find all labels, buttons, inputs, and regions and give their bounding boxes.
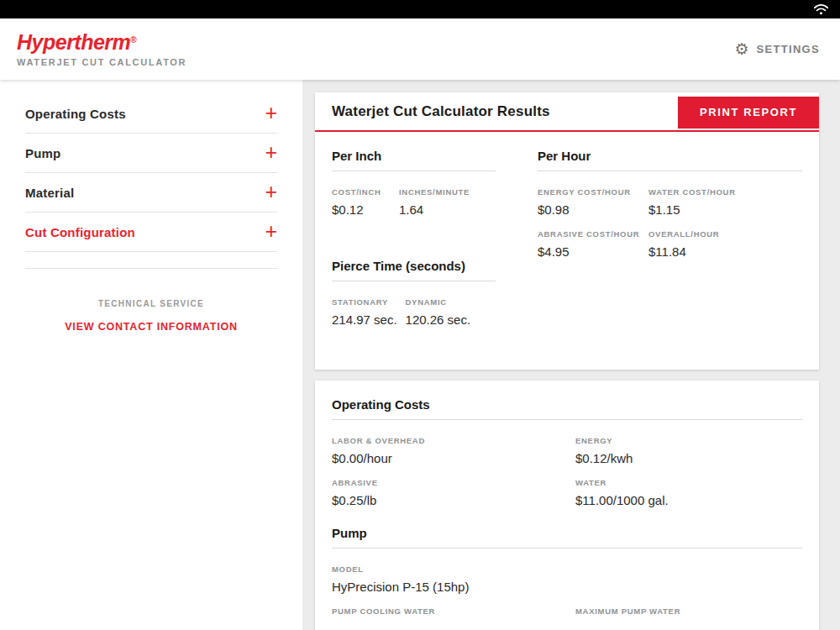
field-value: $11.00/1000 gal. xyxy=(575,493,802,507)
content-area: Operating Costs + Pump + Material + Cut … xyxy=(0,80,840,630)
section-divider xyxy=(332,419,802,420)
field-label: ABRASIVE xyxy=(332,478,575,487)
plus-icon[interactable]: + xyxy=(265,181,277,202)
field-dynamic: DYNAMIC 120.26 sec. xyxy=(406,297,480,327)
sidebar-item-material[interactable]: Material + xyxy=(25,173,277,213)
field-label: COST/INCH xyxy=(332,187,391,197)
field-inches-per-minute: INCHES/MINUTE 1.64 xyxy=(399,187,478,217)
field-value: $0.25/lb xyxy=(332,493,575,507)
field-label: ENERGY xyxy=(575,436,802,445)
sidebar-divider xyxy=(25,252,277,269)
field-label: WATER COST/HOUR xyxy=(648,187,802,197)
settings-button[interactable]: ⚙ SETTINGS xyxy=(735,41,820,57)
gear-icon: ⚙ xyxy=(735,41,749,57)
field-abrasive: ABRASIVE $0.25/lb xyxy=(332,478,575,507)
field-value: 1.64 xyxy=(399,202,470,217)
registered-mark: ® xyxy=(130,35,136,45)
per-hour-title: Per Hour xyxy=(538,149,802,163)
section-divider xyxy=(538,171,802,171)
app-subtitle: WATERJET CUT CALCULATOR xyxy=(17,57,186,67)
pierce-time-section: Pierce Time (seconds) STATIONARY 214.97 … xyxy=(332,259,496,327)
sidebar-item-label: Material xyxy=(25,186,74,200)
field-pump-model: MODEL HyPrecision P-15 (15hp) xyxy=(332,564,802,594)
plus-icon[interactable]: + xyxy=(265,221,277,242)
sidebar: Operating Costs + Pump + Material + Cut … xyxy=(0,80,302,630)
pierce-time-fields: STATIONARY 214.97 sec. DYNAMIC 120.26 se… xyxy=(332,297,496,327)
operating-costs-title: Operating Costs xyxy=(332,397,802,412)
field-label: STATIONARY xyxy=(332,297,397,307)
app-header: Hypertherm® WATERJET CUT CALCULATOR ⚙ SE… xyxy=(0,18,840,80)
field-value: $0.98 xyxy=(538,202,648,217)
sidebar-item-operating-costs[interactable]: Operating Costs + xyxy=(25,94,277,134)
section-divider xyxy=(332,281,496,281)
field-value: $1.15 xyxy=(648,202,802,217)
field-pump-cooling-water: PUMP COOLING WATER xyxy=(332,606,575,616)
results-card: Waterjet Cut Calculator Results PRINT RE… xyxy=(315,92,819,370)
view-contact-information-link[interactable]: VIEW CONTACT INFORMATION xyxy=(65,321,238,333)
results-title: Waterjet Cut Calculator Results xyxy=(332,103,550,120)
field-value: HyPrecision P-15 (15hp) xyxy=(332,580,802,594)
field-water-cost-hour: WATER COST/HOUR $1.15 xyxy=(648,187,802,217)
field-label: INCHES/MINUTE xyxy=(399,187,470,197)
section-divider xyxy=(332,548,802,549)
brand-block: Hypertherm® WATERJET CUT CALCULATOR xyxy=(17,32,186,67)
field-labor-overhead: LABOR & OVERHEAD $0.00/hour xyxy=(332,436,575,465)
field-water: WATER $11.00/1000 gal. xyxy=(575,478,802,507)
summary-card: Operating Costs LABOR & OVERHEAD $0.00/h… xyxy=(315,381,819,630)
sidebar-item-label: Pump xyxy=(25,146,60,160)
field-energy: ENERGY $0.12/kwh xyxy=(575,436,802,465)
system-status-bar xyxy=(0,0,840,18)
field-abrasive-cost-hour: ABRASIVE COST/HOUR $4.95 xyxy=(538,229,648,259)
field-value: $0.00/hour xyxy=(332,451,575,465)
field-value: $4.95 xyxy=(538,244,648,259)
field-label: PUMP COOLING WATER xyxy=(332,606,575,616)
pierce-time-title: Pierce Time (seconds) xyxy=(332,259,496,273)
field-overall-hour: OVERALL/HOUR $11.84 xyxy=(648,229,802,259)
field-label: DYNAMIC xyxy=(406,297,471,307)
plus-icon[interactable]: + xyxy=(265,142,277,163)
per-inch-fields: COST/INCH $0.12 INCHES/MINUTE 1.64 xyxy=(332,187,496,217)
field-label: MODEL xyxy=(332,564,802,574)
field-cost-per-inch: COST/INCH $0.12 xyxy=(332,187,399,217)
field-value: 214.97 sec. xyxy=(332,312,397,327)
pump-title: Pump xyxy=(332,526,802,540)
field-value: 120.26 sec. xyxy=(406,312,471,327)
field-value: $0.12 xyxy=(332,202,391,217)
sidebar-footer: TECHNICAL SERVICE VIEW CONTACT INFORMATI… xyxy=(25,299,277,333)
wifi-icon xyxy=(814,4,828,15)
field-energy-cost-hour: ENERGY COST/HOUR $0.98 xyxy=(538,187,648,217)
per-inch-title: Per Inch xyxy=(332,149,496,163)
hypertherm-logo: Hypertherm® xyxy=(17,32,186,53)
field-label: WATER xyxy=(575,478,802,487)
field-label: ABRASIVE COST/HOUR xyxy=(538,229,648,239)
pump-section: Pump MODEL HyPrecision P-15 (15hp) PUMP … xyxy=(332,526,802,616)
field-maximum-pump-water: MAXIMUM PUMP WATER xyxy=(575,606,802,616)
field-value: $11.84 xyxy=(648,244,802,259)
field-label: ENERGY COST/HOUR xyxy=(538,187,648,197)
operating-costs-fields: LABOR & OVERHEAD $0.00/hour ENERGY $0.12… xyxy=(332,436,802,507)
sidebar-item-label: Operating Costs xyxy=(25,107,126,121)
plus-icon[interactable]: + xyxy=(265,102,277,123)
pump-fields: PUMP COOLING WATER MAXIMUM PUMP WATER xyxy=(332,606,802,616)
sidebar-item-pump[interactable]: Pump + xyxy=(25,134,277,173)
field-label: LABOR & OVERHEAD xyxy=(332,436,575,445)
technical-service-label: TECHNICAL SERVICE xyxy=(25,299,277,308)
per-hour-fields: ENERGY COST/HOUR $0.98 WATER COST/HOUR $… xyxy=(538,187,802,259)
field-label: OVERALL/HOUR xyxy=(648,229,802,239)
field-value: $0.12/kwh xyxy=(575,451,802,465)
main-panel: Waterjet Cut Calculator Results PRINT RE… xyxy=(302,80,840,630)
results-card-header: Waterjet Cut Calculator Results PRINT RE… xyxy=(315,92,819,130)
field-stationary: STATIONARY 214.97 sec. xyxy=(332,297,406,327)
sidebar-item-cut-configuration[interactable]: Cut Configuration + xyxy=(25,213,277,252)
settings-label: SETTINGS xyxy=(757,43,820,55)
sidebar-item-label: Cut Configuration xyxy=(25,225,135,239)
section-divider xyxy=(332,171,496,171)
print-report-button[interactable]: PRINT REPORT xyxy=(678,97,819,129)
field-label: MAXIMUM PUMP WATER xyxy=(575,606,802,616)
